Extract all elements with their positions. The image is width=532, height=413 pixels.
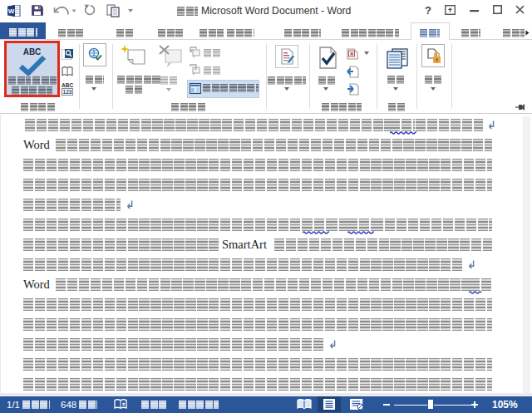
svg-text:W: W bbox=[8, 7, 15, 15]
